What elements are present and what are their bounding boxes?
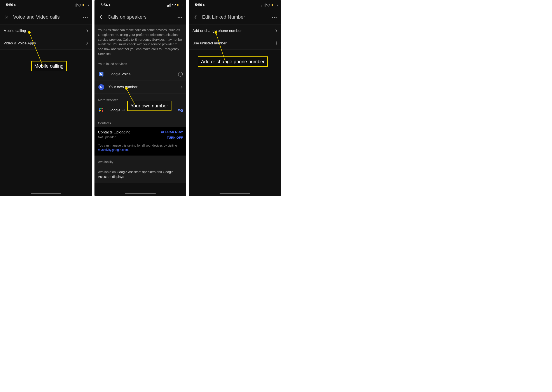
location-icon [203, 4, 206, 6]
service-own-number[interactable]: Your own number [95, 81, 186, 94]
radio-unselected-icon[interactable] [178, 72, 183, 77]
row-video-voice-apps[interactable]: Video & Voice Apps [0, 37, 92, 50]
svg-rect-4 [102, 110, 103, 112]
screen-calls-on-speakers: 5:54 Calls on speakers Your Assistant ca… [95, 0, 186, 196]
service-label: Your own number [109, 85, 177, 89]
svg-point-5 [102, 108, 103, 109]
status-time: 5:50 [6, 3, 13, 7]
status-bar: 5:50 [189, 0, 281, 9]
contacts-uploading-status: Not uploaded [98, 135, 161, 139]
more-icon [272, 17, 277, 18]
cell-signal-icon [262, 3, 265, 7]
chevron-right-icon [275, 29, 277, 33]
row-mobile-calling[interactable]: Mobile calling [0, 25, 92, 37]
annotation-dot [214, 31, 217, 34]
page-title: Calls on speakers [108, 14, 173, 20]
more-icon [83, 17, 88, 18]
intro-text: Your Assistant can make calls on some de… [95, 25, 186, 57]
turn-off-button[interactable]: TURN OFF [161, 136, 183, 139]
wifi-icon [172, 3, 176, 7]
google-fi-icon [98, 107, 104, 113]
screen-voice-video-calls: 5:50 Voice and Video calls Mobile callin… [0, 0, 92, 196]
app-header: Voice and Video calls [0, 9, 92, 25]
wifi-icon [266, 3, 270, 7]
home-indicator[interactable] [125, 193, 156, 194]
more-button[interactable] [271, 14, 278, 21]
annotation-dot [125, 87, 128, 90]
section-linked-services: Your linked services [95, 57, 186, 68]
google-voice-icon [98, 71, 104, 77]
page-title: Voice and Video calls [13, 14, 79, 20]
row-label: Mobile calling [4, 29, 86, 33]
section-contacts: Contacts [95, 117, 186, 127]
cell-signal-icon [167, 3, 171, 7]
more-icon [178, 17, 182, 18]
myactivity-link[interactable]: myactivity.google.com [98, 148, 128, 152]
more-button[interactable] [82, 14, 89, 21]
chevron-right-icon [86, 29, 88, 33]
cell-signal-icon [73, 3, 76, 7]
home-indicator[interactable] [31, 193, 61, 194]
radio-unselected-icon[interactable] [276, 41, 277, 45]
battery-icon [82, 4, 88, 6]
battery-icon [271, 4, 277, 6]
status-time: 5:54 [101, 3, 108, 7]
row-use-unlisted-number[interactable]: Use unlisted number [189, 37, 281, 50]
row-label: Add or change phone number [193, 29, 275, 33]
row-label: Use unlisted number [193, 41, 276, 45]
row-label: Video & Voice Apps [4, 41, 86, 45]
service-google-voice[interactable]: Google Voice [95, 68, 186, 81]
app-header: Calls on speakers [95, 9, 186, 25]
battery-icon [177, 4, 182, 6]
annotation-mobile-calling: Mobile calling [31, 61, 67, 71]
service-label: Google Voice [109, 72, 174, 76]
annotation-add-change-number: Add or change phone number [198, 56, 268, 67]
more-button[interactable] [176, 14, 183, 21]
screen-edit-linked-number: 5:50 Edit Linked Number Add or change ph… [189, 0, 281, 196]
section-availability: Availability [95, 155, 186, 166]
availability-text: Available on Google Assistant speakers a… [95, 166, 186, 183]
status-bar: 5:54 [95, 0, 186, 9]
location-icon [109, 4, 111, 6]
contacts-uploading-block: Contacts Uploading Not uploaded UPLOAD N… [95, 127, 186, 156]
wifi-icon [77, 3, 81, 7]
phone-circle-icon [98, 84, 104, 90]
chevron-right-icon [86, 42, 88, 45]
home-indicator[interactable] [220, 193, 250, 194]
annotation-your-own-number: Your own number [127, 101, 172, 111]
page-title: Edit Linked Number [202, 14, 268, 20]
status-bar: 5:50 [0, 0, 92, 9]
back-button[interactable] [97, 14, 104, 21]
chevron-right-icon [181, 85, 183, 89]
app-header: Edit Linked Number [189, 9, 281, 25]
close-button[interactable] [3, 14, 10, 21]
row-add-change-number[interactable]: Add or change phone number [189, 25, 281, 37]
upload-now-button[interactable]: UPLOAD NOW [161, 130, 183, 134]
svg-rect-3 [99, 110, 101, 111]
contacts-note: You can manage this setting for all your… [98, 143, 183, 152]
location-icon [14, 4, 17, 6]
link-icon[interactable] [178, 109, 183, 112]
annotation-dot [28, 31, 31, 34]
contacts-uploading-title: Contacts Uploading [98, 130, 161, 134]
back-button[interactable] [192, 14, 199, 21]
status-time: 5:50 [195, 3, 202, 7]
